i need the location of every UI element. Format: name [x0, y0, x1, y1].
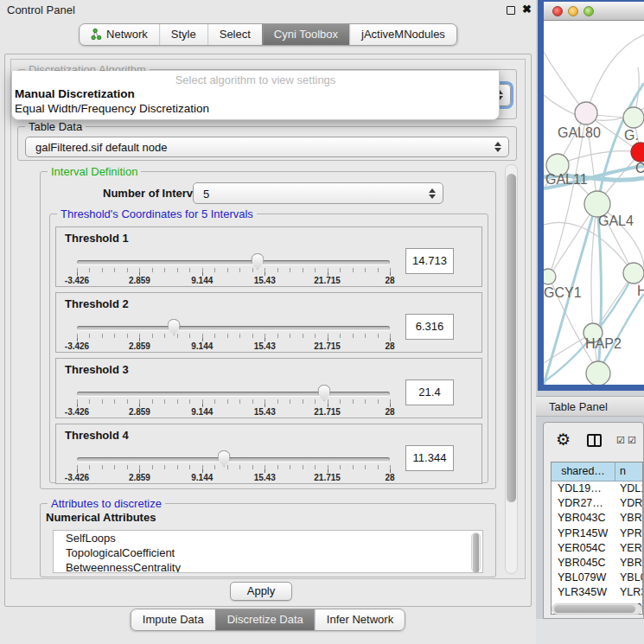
list-scrollbar[interactable] — [471, 532, 481, 572]
interval-definition-group: Interval Definition Number of Intervals … — [40, 171, 496, 489]
tab-impute-data[interactable]: Impute Data — [131, 609, 215, 630]
list-item[interactable]: SelfLoops — [54, 531, 482, 545]
dropdown-option-manual[interactable]: Manual Discretization — [15, 87, 496, 100]
tab-infer-network[interactable]: Infer Network — [315, 609, 405, 630]
list-item[interactable]: BetweennessCentrality — [54, 560, 482, 573]
tick-label: 15.43 — [254, 473, 276, 482]
tick-label: 21.715 — [314, 473, 341, 482]
desktop-background — [536, 619, 644, 644]
tick-label: 28 — [385, 473, 394, 482]
tick-label: 28 — [385, 407, 394, 417]
group-title: Interval Definition — [48, 165, 141, 178]
table-horizontal-scrollbar[interactable] — [552, 603, 642, 615]
top-tab-bar: Network Style Select Cyni Toolbox jActiv… — [79, 23, 457, 46]
checkbox-icon[interactable]: ☑ — [616, 435, 625, 446]
column-header-shared-name[interactable]: shared… — [552, 462, 615, 481]
threshold-panel-1: Threshold 1 -3.426 2.859 9.144 15.43 21.… — [55, 226, 482, 287]
slider-track[interactable] — [77, 326, 390, 330]
tick-label: 21.715 — [314, 341, 341, 351]
table-panel-title: Table Panel — [549, 400, 608, 413]
tab-jactivemnodules[interactable]: jActiveMNodules — [349, 24, 456, 45]
numerical-attributes-list[interactable]: SelfLoops TopologicalCoefficient Between… — [53, 530, 483, 573]
threshold-value-field[interactable]: 6.316 — [405, 314, 454, 340]
slider-track[interactable] — [77, 457, 390, 462]
tab-style[interactable]: Style — [159, 24, 207, 45]
network-graph: GAL80 G. C GAL11 GAL4 GCY1 H HAP2 — [544, 21, 644, 385]
group-title: Table Data — [25, 120, 86, 133]
threshold-label: Threshold 2 — [65, 297, 129, 310]
tab-network[interactable]: Network — [80, 24, 159, 45]
threshold-value-field[interactable]: 14.713 — [405, 248, 454, 274]
threshold-value-field[interactable]: 21.4 — [405, 379, 454, 405]
node-label: GCY1 — [544, 285, 582, 300]
table-row[interactable]: YPR145WYPR1 — [552, 526, 642, 541]
close-traffic-light-icon[interactable] — [552, 6, 563, 16]
tick-label: 9.144 — [191, 407, 213, 417]
node-top-right[interactable] — [623, 107, 644, 128]
zoom-traffic-light-icon[interactable] — [583, 6, 594, 16]
panel-scrollbar[interactable] — [505, 164, 518, 574]
table-row[interactable]: YBR045CYBR0 — [552, 556, 642, 571]
slider-ticks — [77, 465, 391, 473]
node-label: G. — [624, 128, 639, 143]
close-icon[interactable]: ✖ — [522, 3, 532, 16]
table-row[interactable]: YDR27…YDR2 — [552, 496, 642, 511]
tab-discretize-data[interactable]: Discretize Data — [215, 609, 315, 630]
list-item[interactable]: TopologicalCoefficient — [54, 545, 482, 560]
column-header-name[interactable]: n — [615, 462, 642, 481]
bottom-tab-bar: Impute Data Discretize Data Infer Networ… — [131, 609, 405, 631]
table-row[interactable]: YER054CYER0 — [552, 541, 642, 556]
gear-icon[interactable]: ⚙ — [556, 430, 571, 450]
tick-label: -3.426 — [65, 473, 89, 482]
slider-track[interactable] — [77, 392, 390, 396]
threshold-slider-4[interactable]: -3.426 2.859 9.144 15.43 21.715 28 — [77, 450, 390, 483]
tab-cyni-toolbox[interactable]: Cyni Toolbox — [262, 24, 349, 45]
numerical-attributes-label: Numerical Attributes — [46, 511, 156, 524]
table-panel-window: ⚙ ☑ ☑ shared… n YDL19…YDL1 YDR27…YDR2 YB… — [543, 422, 644, 619]
table-data-combobox[interactable]: galFiltered.sif default node — [25, 137, 509, 157]
table-data-group: Table Data galFiltered.sif default node — [17, 126, 517, 161]
threshold-slider-1[interactable]: -3.426 2.859 9.144 15.43 21.715 28 — [77, 253, 390, 286]
node-bottom[interactable] — [586, 361, 610, 385]
tick-label: 2.859 — [129, 473, 150, 482]
tick-label: -3.426 — [65, 341, 89, 351]
node-right[interactable] — [623, 263, 644, 284]
network-canvas[interactable]: GAL80 G. C GAL11 GAL4 GCY1 H HAP2 — [544, 21, 644, 385]
threshold-slider-2[interactable]: -3.426 2.859 9.144 15.43 21.715 28 — [77, 319, 390, 352]
node-label: GAL4 — [598, 214, 634, 228]
tick-label: 21.715 — [314, 407, 341, 417]
control-panel-titlebar: Control Panel ✖ — [0, 0, 536, 19]
slider-track[interactable] — [77, 260, 390, 265]
threshold-value-field[interactable]: 11.344 — [405, 445, 454, 471]
table-row[interactable]: YDL19…YDL1 — [552, 481, 642, 496]
table-header-row: shared… n — [552, 462, 642, 481]
num-intervals-combobox[interactable]: 5 — [193, 182, 443, 204]
node-gcy1[interactable] — [544, 269, 556, 284]
threshold-label: Threshold 4 — [65, 429, 129, 442]
float-window-icon[interactable] — [507, 6, 515, 15]
table-row[interactable]: YLR345WYLR3 — [552, 585, 642, 600]
threshold-panel-3: Threshold 3 -3.426 2.859 9.144 15.43 21.… — [55, 358, 482, 418]
slider-ticks — [77, 268, 391, 276]
tick-label: 2.859 — [129, 341, 150, 351]
network-icon — [91, 29, 102, 40]
node-gal80[interactable] — [575, 102, 597, 124]
dropdown-option-equal-width[interactable]: Equal Width/Frequency Discretization — [15, 102, 496, 115]
network-window-titlebar[interactable] — [544, 2, 644, 21]
list-scrollbar-thumb[interactable] — [473, 533, 479, 573]
node-red-selected[interactable] — [631, 143, 644, 162]
table-horizontal-scrollbar-thumb[interactable] — [554, 605, 635, 613]
table-data-value: galFiltered.sif default node — [35, 141, 167, 154]
column-layout-icon[interactable] — [587, 434, 602, 447]
table-row[interactable]: YBL079WYBL0 — [552, 571, 642, 585]
panel-scrollbar-thumb[interactable] — [507, 174, 516, 502]
threshold-slider-3[interactable]: -3.426 2.859 9.144 15.43 21.715 28 — [77, 385, 390, 418]
tick-label: 2.859 — [129, 276, 150, 285]
screen: Control Panel ✖ Network Style Select Cyn… — [0, 0, 644, 644]
minimize-traffic-light-icon[interactable] — [568, 6, 578, 16]
apply-button[interactable]: Apply — [230, 582, 292, 601]
table-row[interactable]: YBR043CYBR0 — [552, 511, 642, 526]
tab-select[interactable]: Select — [207, 24, 262, 45]
attributes-group: Attributes to discretize Numerical Attri… — [40, 503, 496, 577]
checkbox-icon[interactable]: ☑ — [628, 435, 636, 446]
